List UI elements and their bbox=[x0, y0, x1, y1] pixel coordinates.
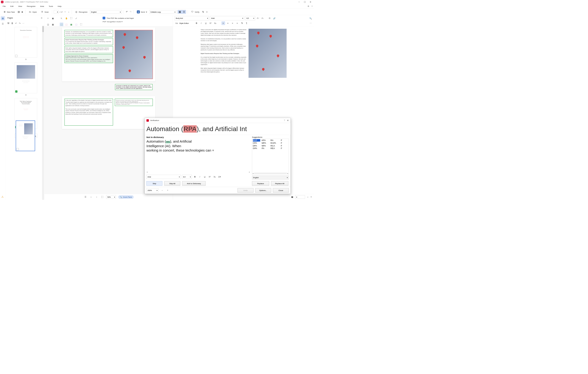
redo-icon[interactable]: ↷ bbox=[129, 10, 132, 13]
fit-width-icon[interactable]: ↔ bbox=[89, 195, 93, 198]
page-thumb[interactable]: Executive Overview— — — — —— — — — —3 bbox=[14, 27, 37, 60]
link-icon[interactable]: 🔗 bbox=[273, 17, 276, 20]
italic-icon[interactable]: I bbox=[199, 21, 203, 25]
verify-sub-icon[interactable]: X₂ bbox=[213, 175, 216, 179]
undo-icon[interactable]: ↶ bbox=[126, 10, 128, 13]
zoom-in-icon[interactable]: + bbox=[311, 196, 312, 198]
expand-icon[interactable]: ⤢ bbox=[74, 17, 78, 20]
delete-icon[interactable]: 🗑 bbox=[11, 22, 13, 25]
maximize-button[interactable]: ☐ bbox=[302, 0, 308, 4]
view-image-icon[interactable]: 🖼 bbox=[178, 10, 182, 14]
close-dialog-button[interactable]: Close bbox=[273, 188, 289, 192]
scan-button[interactable]: ⎘Scan bbox=[39, 10, 50, 14]
line-spacing-icon[interactable]: ⇅ bbox=[240, 21, 244, 25]
menu-view[interactable]: View bbox=[17, 5, 23, 8]
fullscreen-icon[interactable]: ⛶ bbox=[101, 195, 104, 198]
page-icon[interactable]: ▤ bbox=[17, 10, 20, 13]
grid-icon[interactable]: ▦ bbox=[291, 196, 293, 198]
verify-zoom-out-icon[interactable]: − bbox=[160, 188, 164, 192]
rail-pages[interactable]: ▤ bbox=[1, 16, 5, 21]
fontsize-select[interactable]: 8,5▾ bbox=[245, 16, 255, 21]
more-formatting-icon[interactable]: ⋯ bbox=[309, 21, 312, 25]
img-tool-4[interactable]: ▦ bbox=[51, 22, 55, 26]
scroll-right-icon[interactable]: ▸ bbox=[249, 171, 250, 173]
recognition-mode-dropdown[interactable]: PDF recognition mode ▾ bbox=[103, 21, 171, 23]
verify-zoom-select[interactable]: 200%▾ bbox=[147, 188, 159, 192]
superscript-icon[interactable]: X² bbox=[209, 21, 212, 25]
undo-icon[interactable]: ↶ bbox=[15, 22, 17, 24]
replace-button[interactable]: Replace bbox=[252, 181, 269, 186]
search-icon[interactable]: 🔍 bbox=[309, 17, 312, 20]
rail-list[interactable]: ☰ bbox=[1, 22, 5, 26]
increase-font-icon[interactable]: A↑ bbox=[256, 17, 260, 20]
paragraph-icon[interactable]: ¶ bbox=[245, 21, 248, 25]
menu-help[interactable]: Help bbox=[57, 5, 63, 8]
align-right-icon[interactable]: ≡ bbox=[231, 21, 234, 25]
verify-symbol-icon[interactable]: Ω▾ bbox=[218, 175, 221, 179]
minimize-button[interactable]: ─ bbox=[296, 0, 302, 4]
hand-icon[interactable]: ✋ bbox=[64, 17, 68, 20]
language-select[interactable]: English▾ bbox=[90, 10, 122, 14]
tool-a-icon[interactable]: ⇅ bbox=[202, 10, 205, 13]
list-icon[interactable]: ☰ bbox=[84, 195, 87, 198]
dialog-close-icon[interactable]: ✕ bbox=[287, 119, 289, 122]
menu-area[interactable]: Area bbox=[39, 5, 45, 8]
view-text-icon[interactable]: ☰ bbox=[182, 10, 186, 14]
symbol-icon[interactable]: Ω bbox=[268, 17, 272, 20]
fit-icon[interactable]: ⛶ bbox=[69, 17, 73, 20]
img-tool-1[interactable]: ✧ bbox=[46, 17, 50, 20]
warning-icon[interactable]: ⚠ bbox=[1, 195, 4, 198]
verify-italic-icon[interactable]: I bbox=[198, 175, 202, 179]
pointer-icon[interactable]: ↖ bbox=[60, 17, 63, 20]
open-button[interactable]: 🗀Open bbox=[27, 10, 38, 14]
zoom-out-icon[interactable]: − bbox=[307, 196, 308, 198]
verify-button[interactable]: 🛡Verify bbox=[189, 10, 201, 14]
send-button[interactable]: WSend▾ bbox=[135, 10, 148, 14]
verify-context-text[interactable]: Automation (RPA), and Artificial Intelli… bbox=[147, 139, 250, 170]
image-area[interactable]: processes to identify and understand you… bbox=[115, 30, 153, 79]
new-task-button[interactable]: ⊕New Task bbox=[2, 10, 16, 14]
more-icon[interactable]: ⋯ bbox=[22, 22, 24, 24]
style-editor-button[interactable]: Aa bbox=[175, 21, 178, 25]
help-icon[interactable]: ? bbox=[311, 5, 312, 7]
verify-bold-icon[interactable]: B bbox=[193, 175, 197, 179]
zoom-select[interactable]: 50%▾ bbox=[106, 195, 116, 198]
skip-button[interactable]: Skip bbox=[147, 181, 162, 186]
img-tool-2[interactable]: ▣ bbox=[51, 17, 55, 20]
fit-height-icon[interactable]: ↕ bbox=[95, 195, 98, 198]
page-number-input[interactable] bbox=[54, 10, 59, 14]
send-mode-select[interactable]: Editable copy▾ bbox=[149, 10, 177, 14]
font-select[interactable]: Arial▾ bbox=[210, 16, 244, 21]
scrollbar[interactable] bbox=[42, 26, 44, 200]
menu-file[interactable]: File bbox=[2, 5, 6, 8]
text-zoom-select[interactable]: ▾ bbox=[295, 195, 305, 198]
verify-sup-icon[interactable]: X² bbox=[208, 175, 211, 179]
close-button[interactable]: ✕ bbox=[307, 0, 313, 4]
verify-font-select[interactable]: Arial▾ bbox=[147, 175, 181, 179]
save-icon[interactable]: 🖫 bbox=[7, 22, 10, 25]
view-mode-toggle[interactable]: 🖼 ☰ bbox=[178, 10, 186, 14]
page-down-icon[interactable]: ↓ bbox=[67, 10, 70, 13]
area-bg-icon[interactable]: ⬚ bbox=[74, 22, 78, 26]
bold-icon[interactable]: B bbox=[195, 21, 198, 25]
menu-tools[interactable]: Tools bbox=[48, 5, 54, 8]
dialog-help-icon[interactable]: ? bbox=[284, 119, 285, 122]
settings-icon[interactable]: ⚙ bbox=[307, 5, 309, 7]
verify-zoom-in-icon[interactable]: + bbox=[166, 188, 169, 192]
tool-b-icon[interactable]: ⎌ bbox=[206, 10, 208, 13]
area-table-icon[interactable]: ▦ bbox=[69, 22, 73, 26]
page-up-icon[interactable]: ↑ bbox=[64, 10, 66, 13]
verify-underline-icon[interactable]: U bbox=[203, 175, 207, 179]
add-dictionary-button[interactable]: Add to Dictionary bbox=[182, 181, 206, 186]
suggestion-lang-select[interactable]: English▾ bbox=[252, 176, 289, 179]
area-full-icon[interactable]: ⛶ bbox=[79, 22, 83, 26]
area-pic-icon[interactable]: ⬚ bbox=[64, 22, 68, 26]
verify-size-select[interactable]: 8,5▾ bbox=[182, 175, 192, 179]
suggestions-list[interactable]: RAPKPARAF CPAMPARAPAF DPANPARCAF GPAPARE… bbox=[252, 139, 289, 175]
layers-icon[interactable]: ◈ bbox=[21, 10, 24, 13]
area-text-icon[interactable]: ⬚ bbox=[60, 22, 63, 26]
align-justify-icon[interactable]: ≡ bbox=[235, 21, 239, 25]
redo-icon[interactable]: ↷ bbox=[19, 22, 21, 24]
style-select[interactable]: Body text▾ bbox=[175, 16, 209, 21]
document-page[interactable]: However, for established enterprises, it… bbox=[62, 28, 155, 82]
